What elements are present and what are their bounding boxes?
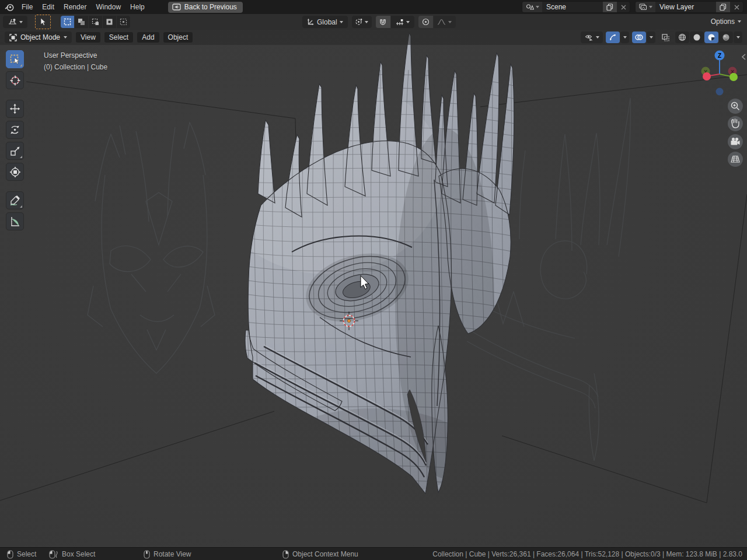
- svg-text:Z: Z: [718, 52, 721, 59]
- pan-button[interactable]: [728, 116, 743, 131]
- model-mesh-cube[interactable]: [210, 30, 523, 508]
- view-layer-selector[interactable]: View Layer: [635, 1, 743, 13]
- editor-type-dropdown[interactable]: [3, 16, 27, 28]
- pivot-point-dropdown[interactable]: [352, 16, 372, 28]
- transform-cluster: Global: [302, 16, 456, 28]
- snap-target-icon: [396, 19, 404, 26]
- shading-solid-icon: [693, 33, 701, 41]
- camera-view-button[interactable]: [728, 134, 743, 149]
- gizmo-toggle-icon: [609, 34, 617, 41]
- visibility-eye-icon: [585, 34, 594, 41]
- sidebar-toggle-icon[interactable]: [742, 54, 745, 60]
- overlays-toggle[interactable]: [632, 32, 646, 43]
- active-tool-indicator[interactable]: [35, 15, 51, 29]
- shading-wireframe-button[interactable]: [675, 32, 689, 43]
- gizmo-axis-y-pos[interactable]: [729, 73, 738, 81]
- shading-solid-button[interactable]: [690, 32, 704, 43]
- select-cursor-icon: [39, 18, 47, 26]
- back-to-previous-button[interactable]: Back to Previous: [168, 2, 243, 13]
- vp-menu-add[interactable]: Add: [137, 32, 159, 43]
- zoom-button[interactable]: [728, 99, 743, 114]
- falloff-icon: [437, 19, 446, 25]
- snap-target-dropdown[interactable]: [391, 16, 414, 28]
- nav-gizmo[interactable]: Y X Z: [701, 51, 738, 96]
- scene-name[interactable]: Scene: [542, 3, 603, 11]
- menu-edit[interactable]: Edit: [37, 1, 59, 13]
- vp-menu-view[interactable]: View: [76, 32, 100, 43]
- back-button-label: Back to Previous: [184, 3, 237, 11]
- toolbar-cursor-icon: [9, 75, 21, 86]
- scene-icon[interactable]: [522, 2, 542, 12]
- new-scene-button[interactable]: [603, 2, 617, 12]
- viewport-3d[interactable]: Y X Z: [0, 30, 747, 547]
- hint-rotate-view: Rotate View: [144, 548, 191, 560]
- select-mode-intersect[interactable]: [117, 16, 130, 28]
- vp-menu-select[interactable]: Select: [104, 32, 133, 43]
- back-arrow-icon: [172, 4, 181, 10]
- tool-annotate[interactable]: [6, 191, 24, 209]
- hint-select: Select: [7, 548, 36, 560]
- tool-rotate[interactable]: [6, 121, 24, 139]
- object-visibility-dropdown[interactable]: [581, 32, 603, 43]
- shading-rendered-icon: [722, 33, 730, 41]
- shading-mode-group: [675, 32, 742, 43]
- shading-material-button[interactable]: [704, 32, 718, 43]
- proportional-editing-toggle[interactable]: [418, 16, 433, 28]
- overlays-icon: [635, 34, 643, 41]
- blender-logo-icon[interactable]: [5, 2, 15, 12]
- menu-render[interactable]: Render: [59, 1, 91, 13]
- view-layer-icon[interactable]: [636, 2, 655, 12]
- gizmos-toggle[interactable]: [606, 32, 620, 43]
- gizmos-dropdown[interactable]: [620, 32, 629, 43]
- tool-cursor[interactable]: [6, 71, 24, 89]
- view-layer-name[interactable]: View Layer: [655, 3, 716, 11]
- nav-buttons[interactable]: [728, 99, 743, 167]
- tool-select-box[interactable]: [6, 50, 24, 68]
- tool-scale[interactable]: [6, 142, 24, 160]
- toolbar-move-icon: [9, 103, 20, 114]
- vp-menu-object[interactable]: Object: [163, 32, 193, 43]
- snap-toggle-magnet[interactable]: [376, 16, 390, 28]
- options-dropdown[interactable]: Options: [711, 18, 741, 26]
- shading-dropdown[interactable]: [734, 32, 742, 43]
- orientation-icon: [307, 18, 315, 26]
- gizmo-axis-z-neg[interactable]: [716, 88, 724, 96]
- gizmo-axis-x-pos[interactable]: [703, 72, 711, 80]
- mode-dropdown[interactable]: Object Mode: [5, 32, 72, 43]
- mouse-right-icon: [282, 550, 289, 559]
- transform-orientation-dropdown[interactable]: Global: [302, 16, 348, 28]
- menu-window[interactable]: Window: [91, 1, 125, 13]
- xray-icon: [662, 34, 669, 41]
- overlays-dropdown[interactable]: [647, 32, 655, 43]
- viewport-canvas[interactable]: Y X Z: [0, 30, 747, 547]
- topbar: File Edit Render Window Help Back to Pre…: [0, 0, 747, 14]
- menu-help[interactable]: Help: [125, 1, 149, 13]
- tool-measure[interactable]: [6, 212, 24, 230]
- reference-sketch-front: [88, 123, 215, 373]
- scene-selector[interactable]: Scene: [522, 1, 630, 13]
- toolbar-transform-icon: [9, 166, 21, 178]
- menu-file[interactable]: File: [17, 1, 37, 13]
- collection-context-label: (0) Collection | Cube: [44, 61, 107, 73]
- select-mode-extend[interactable]: [75, 16, 88, 28]
- toolbar-scale-icon: [10, 146, 20, 156]
- tool-transform[interactable]: [6, 163, 24, 181]
- mode-value: Object Mode: [20, 33, 60, 41]
- editor-type-icon: [8, 18, 17, 26]
- proportional-falloff-dropdown[interactable]: [434, 16, 456, 28]
- unlink-scene-button[interactable]: [617, 2, 630, 12]
- mouse-left-drag-icon: [49, 550, 58, 559]
- select-mode-new[interactable]: [61, 16, 74, 28]
- mouse-left-icon: [7, 550, 13, 559]
- tool-move[interactable]: [6, 100, 24, 118]
- tool-shelf: [6, 50, 24, 230]
- xray-toggle[interactable]: [658, 32, 672, 43]
- select-mode-invert[interactable]: [103, 16, 116, 28]
- remove-view-layer-button[interactable]: [730, 2, 743, 12]
- select-mode-subtract[interactable]: [89, 16, 102, 28]
- new-view-layer-button[interactable]: [716, 2, 730, 12]
- perspective-toggle-button[interactable]: [728, 152, 743, 167]
- shading-rendered-button[interactable]: [719, 32, 733, 43]
- object-mode-icon: [9, 34, 17, 41]
- options-label: Options: [711, 18, 735, 26]
